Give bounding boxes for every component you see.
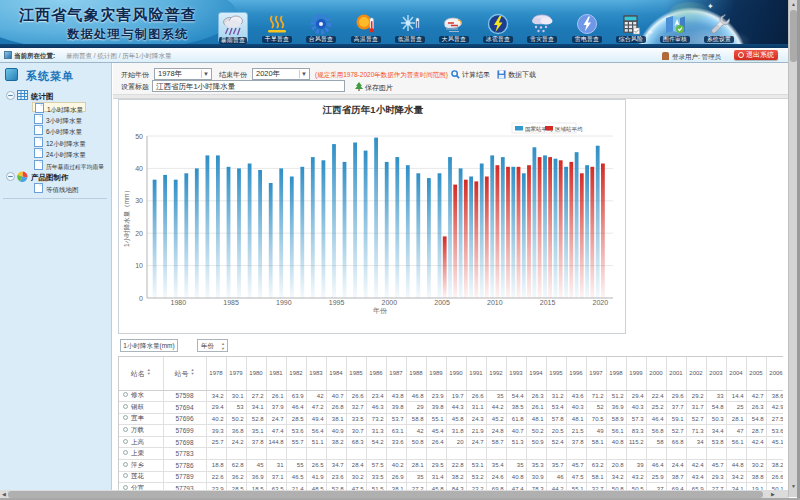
svg-text:2015: 2015 bbox=[540, 299, 556, 306]
svg-text:区域站平均: 区域站平均 bbox=[555, 126, 583, 132]
svg-text:1980: 1980 bbox=[171, 299, 187, 306]
svg-text:1995: 1995 bbox=[329, 299, 345, 306]
svg-text:50: 50 bbox=[135, 133, 143, 140]
svg-text:江西省历年1小时降水量: 江西省历年1小时降水量 bbox=[322, 104, 424, 115]
svg-text:1990: 1990 bbox=[276, 299, 292, 306]
svg-text:年份: 年份 bbox=[373, 307, 388, 315]
svg-text:20: 20 bbox=[135, 230, 143, 237]
svg-text:10: 10 bbox=[135, 262, 143, 269]
svg-text:1小时降水量（mm）: 1小时降水量（mm） bbox=[123, 187, 131, 247]
svg-text:40: 40 bbox=[135, 165, 143, 172]
svg-text:2005: 2005 bbox=[434, 299, 450, 306]
svg-text:2020: 2020 bbox=[593, 299, 609, 306]
svg-text:0: 0 bbox=[139, 295, 143, 302]
svg-text:2000: 2000 bbox=[382, 299, 398, 306]
svg-text:1985: 1985 bbox=[223, 299, 239, 306]
svg-text:2010: 2010 bbox=[487, 299, 503, 306]
svg-text:30: 30 bbox=[135, 197, 143, 204]
